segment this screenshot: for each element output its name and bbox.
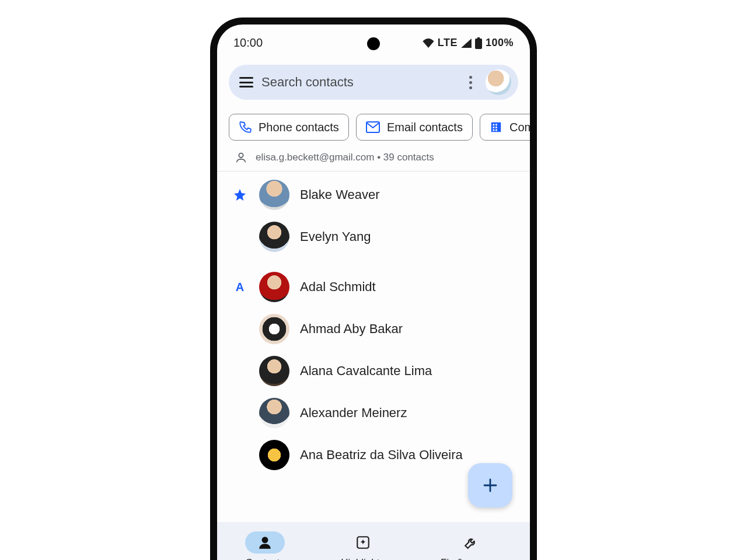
contact-name: Ahmad Aby Bakar	[300, 321, 403, 337]
contact-avatar	[259, 222, 289, 252]
contact-row[interactable]: Ahmad Aby Bakar	[217, 308, 530, 350]
svg-point-10	[239, 153, 243, 158]
phone-frame: 10:00 LTE 100% Search contacts Phone con…	[210, 18, 537, 560]
status-time: 10:00	[233, 36, 263, 50]
contact-avatar	[259, 440, 289, 470]
add-contact-fab[interactable]	[468, 463, 512, 508]
svg-rect-4	[493, 124, 494, 126]
nav-label: Highlights	[341, 557, 385, 561]
account-avatar[interactable]	[486, 69, 511, 95]
phone-icon	[239, 121, 252, 134]
person-filled-icon	[257, 535, 273, 550]
sparkle-frame-icon	[355, 535, 371, 550]
contact-row[interactable]: Blake Weaver	[217, 174, 530, 216]
filter-chip-row: Phone contacts Email contacts Com	[217, 100, 530, 148]
nav-fix-manage[interactable]: Fix & manage	[441, 531, 502, 561]
contact-row[interactable]: A Adal Schmidt	[217, 266, 530, 308]
person-icon	[235, 151, 247, 164]
account-email: elisa.g.beckett@gmail.com	[256, 152, 374, 163]
svg-rect-6	[493, 127, 494, 128]
contact-avatar	[259, 356, 289, 386]
signal-icon	[461, 38, 472, 48]
camera-cutout	[367, 37, 380, 50]
chip-company-contacts[interactable]: Com	[480, 114, 530, 141]
separator: •	[374, 152, 383, 163]
svg-rect-5	[495, 124, 497, 126]
account-summary: elisa.g.beckett@gmail.com • 39 contacts	[217, 148, 530, 171]
svg-rect-8	[493, 130, 494, 131]
svg-rect-9	[495, 130, 497, 131]
more-icon[interactable]	[463, 76, 477, 89]
search-placeholder: Search contacts	[261, 75, 455, 90]
menu-icon[interactable]	[239, 77, 253, 88]
contact-name: Adal Schmidt	[300, 279, 376, 295]
contact-name: Alana Cavalcante Lima	[300, 363, 432, 379]
contact-avatar	[259, 398, 289, 428]
contact-list[interactable]: Blake Weaver Evelyn Yang A Adal Schmidt …	[217, 172, 530, 476]
wifi-icon	[423, 38, 434, 48]
contact-avatar	[259, 180, 289, 210]
contact-row[interactable]: Alana Cavalcante Lima	[217, 350, 530, 392]
contact-name: Ana Beatriz da Silva Oliveira	[300, 447, 463, 463]
search-bar[interactable]: Search contacts	[229, 65, 518, 100]
svg-rect-1	[477, 37, 480, 39]
svg-point-11	[262, 537, 268, 543]
contact-count: 39 contacts	[383, 152, 434, 163]
contact-name: Evelyn Yang	[300, 229, 371, 244]
contact-name: Alexander Meinerz	[300, 405, 407, 421]
svg-rect-7	[495, 127, 497, 128]
nav-label: Fix & manage	[441, 557, 502, 561]
building-icon	[490, 121, 502, 134]
nav-highlights[interactable]: Highlights	[341, 531, 385, 561]
nav-label: Contacts	[246, 557, 285, 561]
chip-label: Email contacts	[387, 121, 463, 134]
battery-label: 100%	[486, 37, 514, 49]
nav-contacts[interactable]: Contacts	[245, 531, 285, 561]
bottom-nav: Contacts Highlights Fix & manage	[217, 522, 530, 560]
chip-label: Phone contacts	[259, 121, 339, 134]
svg-rect-0	[475, 38, 482, 49]
star-icon	[233, 188, 247, 202]
contact-avatar	[259, 272, 289, 302]
contact-row[interactable]: Evelyn Yang	[217, 216, 530, 258]
battery-icon	[475, 37, 482, 49]
network-label: LTE	[438, 37, 458, 49]
mail-icon	[366, 121, 380, 133]
contact-name: Blake Weaver	[300, 187, 380, 202]
wrench-icon	[463, 535, 479, 550]
plus-icon	[481, 476, 500, 495]
chip-phone-contacts[interactable]: Phone contacts	[229, 114, 349, 141]
contact-avatar	[259, 314, 289, 344]
chip-label: Com	[509, 121, 530, 134]
chip-email-contacts[interactable]: Email contacts	[356, 114, 473, 141]
contact-row[interactable]: Alexander Meinerz	[217, 392, 530, 434]
section-letter: A	[236, 281, 244, 294]
